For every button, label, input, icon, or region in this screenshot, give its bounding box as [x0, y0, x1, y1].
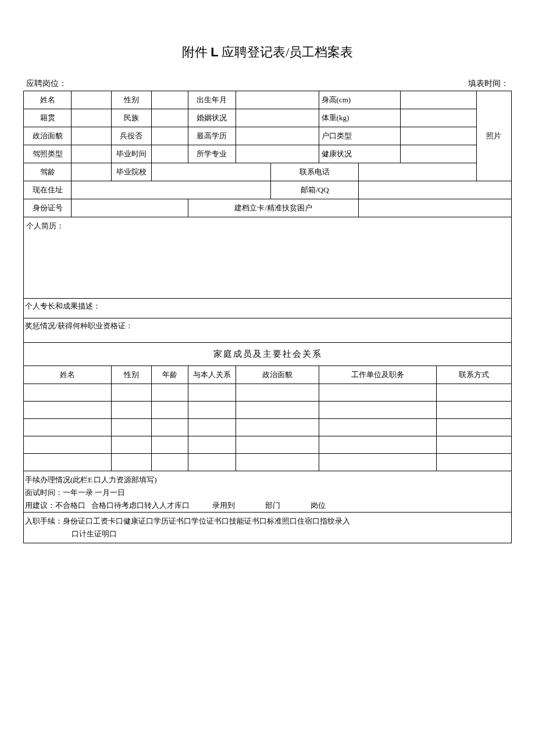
label-idno: 身份证号 — [24, 199, 72, 217]
position-label: 应聘岗位： — [26, 78, 67, 89]
field-height[interactable] — [400, 91, 476, 109]
field-phone[interactable] — [359, 163, 476, 181]
field-military[interactable] — [151, 127, 188, 145]
field-birth[interactable] — [236, 91, 319, 109]
label-birth: 出生年月 — [188, 91, 236, 109]
label-health: 健康状况 — [319, 145, 400, 163]
label-email: 邮箱/QQ — [271, 181, 359, 199]
family-row[interactable] — [24, 418, 512, 436]
fam-header-relation: 与本人关系 — [188, 366, 236, 384]
fam-header-work: 工作单位及职务 — [319, 366, 436, 384]
field-poverty[interactable] — [359, 199, 512, 217]
awards-section[interactable]: 奖惩情况/获得何种职业资格证： — [24, 318, 512, 342]
label-politics: 政治面貌 — [24, 127, 72, 145]
family-row[interactable] — [24, 436, 512, 453]
header-row: 应聘岗位： 填表时间： — [23, 78, 512, 89]
label-gender: 性别 — [112, 91, 152, 109]
family-row[interactable] — [24, 453, 512, 471]
photo-cell: 照片 — [476, 91, 511, 181]
field-native[interactable] — [72, 109, 112, 127]
field-license[interactable] — [72, 145, 112, 163]
main-form-table: 姓名 性别 出生年月 身高(cm) 照片 籍贯 民族 婚姻状况 体重(kg) 政… — [23, 91, 512, 543]
label-marital: 婚姻状况 — [188, 109, 236, 127]
field-gender[interactable] — [151, 91, 188, 109]
fam-header-gender: 性别 — [112, 366, 152, 384]
field-driveage[interactable] — [72, 163, 112, 181]
field-politics[interactable] — [72, 127, 112, 145]
fill-time-label: 填表时间： — [468, 78, 509, 89]
field-email[interactable] — [359, 181, 512, 199]
label-edu: 最高学历 — [188, 127, 236, 145]
field-major[interactable] — [236, 145, 319, 163]
resume-section[interactable]: 个人简历： — [24, 217, 512, 298]
label-license: 驾照类型 — [24, 145, 72, 163]
label-height: 身高(cm) — [319, 91, 400, 109]
fam-header-name: 姓名 — [24, 366, 112, 384]
label-address: 现在住址 — [24, 181, 72, 199]
procedures-section: 手续办理情况(此栏E口人力资源部填写) 面试时间：一年一录 一月一日 用建议：不… — [24, 471, 512, 512]
label-driveage: 驾龄 — [24, 163, 72, 181]
form-title: 附件 L 应聘登记表/员工档案表 — [23, 44, 512, 61]
label-military: 兵役否 — [112, 127, 152, 145]
label-major: 所学专业 — [188, 145, 236, 163]
fam-header-politics: 政治面貌 — [236, 366, 319, 384]
label-phone: 联系电话 — [271, 163, 359, 181]
field-name[interactable] — [72, 91, 112, 109]
field-school[interactable] — [151, 163, 271, 181]
field-health[interactable] — [400, 145, 476, 163]
label-school: 毕业院校 — [112, 163, 152, 181]
field-ethnic[interactable] — [151, 109, 188, 127]
field-idno[interactable] — [72, 199, 188, 217]
label-ethnic: 民族 — [112, 109, 152, 127]
onboarding-section: 入职手续：身份证口工资卡口健康证口学历证书口学位证书口技能证书口标准照口住宿口指… — [24, 513, 512, 543]
label-hukou: 户口类型 — [319, 127, 400, 145]
field-address[interactable] — [72, 181, 271, 199]
family-section-header: 家庭成员及主要社会关系 — [24, 342, 512, 366]
field-hukou[interactable] — [400, 127, 476, 145]
label-poverty: 建档立卡/精准扶贫困户 — [188, 199, 359, 217]
label-weight: 体重(kg) — [319, 109, 400, 127]
family-row[interactable] — [24, 384, 512, 401]
fam-header-contact: 联系方式 — [436, 366, 511, 384]
fam-header-age: 年龄 — [151, 366, 188, 384]
specialty-section[interactable]: 个人专长和成果描述： — [24, 298, 512, 318]
field-edu[interactable] — [236, 127, 319, 145]
label-native: 籍贯 — [24, 109, 72, 127]
label-gradtime: 毕业时间 — [112, 145, 152, 163]
field-weight[interactable] — [400, 109, 476, 127]
field-gradtime[interactable] — [151, 145, 188, 163]
label-name: 姓名 — [24, 91, 72, 109]
family-row[interactable] — [24, 401, 512, 418]
field-marital[interactable] — [236, 109, 319, 127]
